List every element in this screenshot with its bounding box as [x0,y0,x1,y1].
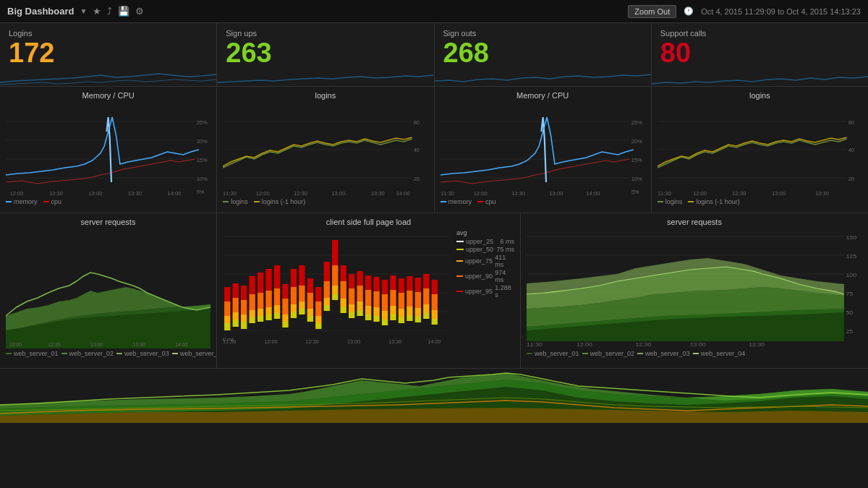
svg-text:125: 125 [846,254,856,260]
svg-rect-111 [315,301,321,316]
dropdown-arrow-icon[interactable]: ▼ [80,7,87,15]
svg-text:13:00: 13:00 [88,190,102,197]
legend-upper50: upper_50 75 ms [456,246,514,253]
svg-rect-144 [382,280,388,294]
legend-label-server04-l: web_server_04 [180,350,217,357]
svg-rect-79 [249,294,255,310]
svg-text:13:00: 13:00 [772,190,786,197]
toolbar-icons: ★ ⤴ 💾 ⚙ [93,6,144,17]
legend-item-memory-r: memory [441,198,472,205]
svg-rect-95 [282,299,288,314]
legend-label-upper50: upper_50 [466,246,493,253]
svg-text:13:30: 13:30 [133,342,145,347]
legend-dot-memory-r [441,201,446,202]
svg-text:80: 80 [848,119,854,126]
svg-rect-93 [282,322,288,328]
save-icon[interactable]: 💾 [118,6,129,17]
svg-text:12:00: 12:00 [256,190,270,197]
svg-rect-159 [415,292,421,308]
star-icon[interactable]: ★ [93,6,101,17]
legend-value-upper25: 6 ms [500,238,514,245]
client-page-load-legend: avg upper_25 6 ms upper_50 75 ms upper_7… [456,229,514,299]
legend-server01-l: web_server_01 [6,350,59,357]
svg-rect-126 [349,304,354,312]
svg-rect-135 [365,290,371,306]
svg-rect-138 [373,307,379,316]
svg-text:13:30: 13:30 [815,190,829,197]
svg-text:12:00: 12:00 [9,342,22,347]
svg-text:12:30: 12:30 [732,190,746,197]
sparkline-logins [0,61,216,86]
share-icon[interactable]: ⤴ [107,6,112,17]
svg-text:25: 25 [846,329,853,335]
svg-rect-102 [299,301,305,309]
svg-text:13:30: 13:30 [749,342,765,348]
legend-label-upper90: upper_90 [465,273,493,280]
svg-text:75: 75 [846,291,853,297]
svg-rect-105 [307,316,313,322]
legend-label-upper75: upper_75 [465,257,493,265]
sparkline-support [652,61,868,86]
svg-rect-125 [349,312,354,318]
legend-dot-logins-r [658,201,663,202]
svg-text:14:00: 14:00 [586,190,600,197]
svg-rect-123 [341,281,346,299]
stat-label-logins: Logins [9,29,208,38]
svg-text:0 ms: 0 ms [223,337,234,343]
chart-area-logins-left: 80 40 20 11:30 12:00 12:30 13:00 13:30 1… [223,103,427,197]
svg-rect-90 [274,305,280,313]
legend-color-upper75 [456,260,463,262]
zoom-out-button[interactable]: Zoom Out [628,5,676,18]
svg-rect-145 [390,314,396,320]
svg-rect-124 [341,265,346,281]
panel-server-requests-left: server requests 12:00 12:30 13:00 13:30 … [0,213,217,368]
svg-text:13:00: 13:00 [332,190,346,197]
svg-rect-82 [258,309,263,316]
svg-text:11:30: 11:30 [658,190,671,197]
legend-item-logins-1h: logins (-1 hour) [254,198,306,205]
svg-rect-148 [390,275,396,290]
legend-upper25: upper_25 6 ms [456,238,514,245]
svg-rect-65 [224,323,230,330]
svg-rect-151 [399,293,404,309]
legend-item-memory: memory [6,198,38,205]
stat-card-logins: Logins 172 [0,23,217,86]
legend-dot-memory [6,201,12,202]
svg-rect-160 [415,278,421,292]
svg-rect-150 [399,309,404,317]
svg-rect-167 [432,294,438,310]
svg-rect-155 [407,291,412,307]
chart-title-memory-cpu-right: Memory / CPU [441,91,645,100]
svg-rect-143 [382,294,388,311]
legend-label-server01-l: web_server_01 [14,350,59,357]
svg-rect-66 [224,316,230,323]
legend-server03-l: web_server_03 [116,350,169,357]
legend-label-memory-r: memory [448,198,472,205]
svg-text:11:30: 11:30 [527,342,543,348]
svg-rect-98 [291,304,297,312]
svg-text:12:30: 12:30 [48,342,61,347]
dashboard-title[interactable]: Big Dashboard [7,6,74,17]
svg-rect-104 [299,265,305,286]
svg-rect-117 [332,294,338,300]
server-requests-right-chart: 150 125 100 75 50 25 11: [527,229,862,348]
svg-rect-158 [415,308,421,317]
chart-legend-memory-cpu-left: memory cpu [6,198,210,205]
settings-icon[interactable]: ⚙ [135,6,144,17]
svg-rect-146 [390,306,396,314]
svg-rect-121 [341,307,346,313]
svg-rect-136 [365,275,371,290]
svg-rect-113 [324,305,330,311]
legend-dot-server04-r [693,353,699,354]
svg-text:13:00: 13:00 [690,342,707,348]
svg-rect-73 [241,322,247,329]
svg-text:14:00: 14:00 [167,190,181,197]
svg-rect-89 [274,313,280,319]
svg-rect-84 [258,273,263,293]
legend-label-server03-r: web_server_03 [645,350,690,357]
sparkline-signouts [435,61,651,86]
legend-upper95: upper_95 1.288 s [456,284,514,299]
legend-label-memory: memory [14,198,38,205]
server-requests-left-chart: 12:00 12:30 13:00 13:30 14:00 [6,229,210,348]
legend-upper75: upper_75 411 ms [456,254,514,268]
